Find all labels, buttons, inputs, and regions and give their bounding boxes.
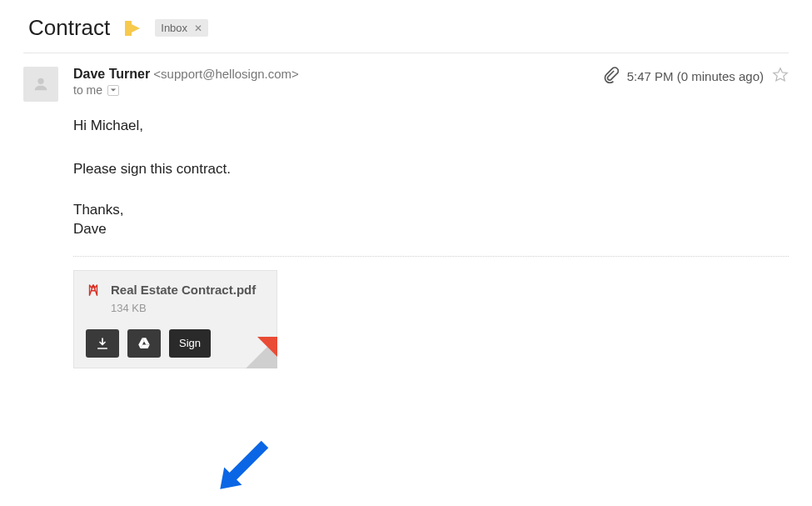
body-signoff-1: Thanks, (73, 201, 789, 220)
attachment-card[interactable]: Real Estate Contract.pdf 134 KB (73, 270, 277, 368)
sign-button[interactable]: Sign (169, 329, 211, 358)
download-icon (95, 336, 110, 351)
attachment-divider (73, 256, 789, 257)
recipient-line: to me (73, 83, 102, 97)
save-to-drive-button[interactable] (127, 329, 161, 358)
svg-point-0 (37, 78, 43, 84)
attachment-indicator-icon (602, 67, 619, 86)
label-chip-inbox[interactable]: Inbox ✕ (155, 19, 208, 37)
body-signoff-2: Dave (73, 220, 789, 239)
attachment-filename: Real Estate Contract.pdf (111, 283, 256, 298)
sender-email: <support@hellosign.com> (153, 67, 299, 81)
star-button[interactable] (772, 67, 789, 86)
show-details-button[interactable] (107, 85, 119, 96)
message-timestamp: 5:47 PM (0 minutes ago) (627, 69, 764, 83)
attachment-size: 134 KB (111, 302, 256, 314)
star-outline-icon (772, 67, 789, 83)
importance-marker-icon[interactable] (125, 21, 140, 36)
download-attachment-button[interactable] (86, 329, 119, 358)
person-icon (32, 75, 50, 93)
email-subject: Contract (28, 15, 110, 41)
caret-down-icon (110, 87, 117, 93)
body-greeting: Hi Michael, (73, 115, 789, 137)
label-chip-text: Inbox (161, 22, 187, 34)
annotation-arrow-icon (227, 441, 268, 482)
remove-label-icon[interactable]: ✕ (194, 23, 202, 34)
pdf-icon (86, 283, 101, 300)
drive-icon (137, 336, 152, 351)
sender-avatar[interactable] (23, 67, 58, 102)
body-line-1: Please sign this contract. (73, 158, 789, 180)
sender-name: Dave Turner (73, 67, 150, 81)
attachment-fold-icon (246, 337, 277, 368)
